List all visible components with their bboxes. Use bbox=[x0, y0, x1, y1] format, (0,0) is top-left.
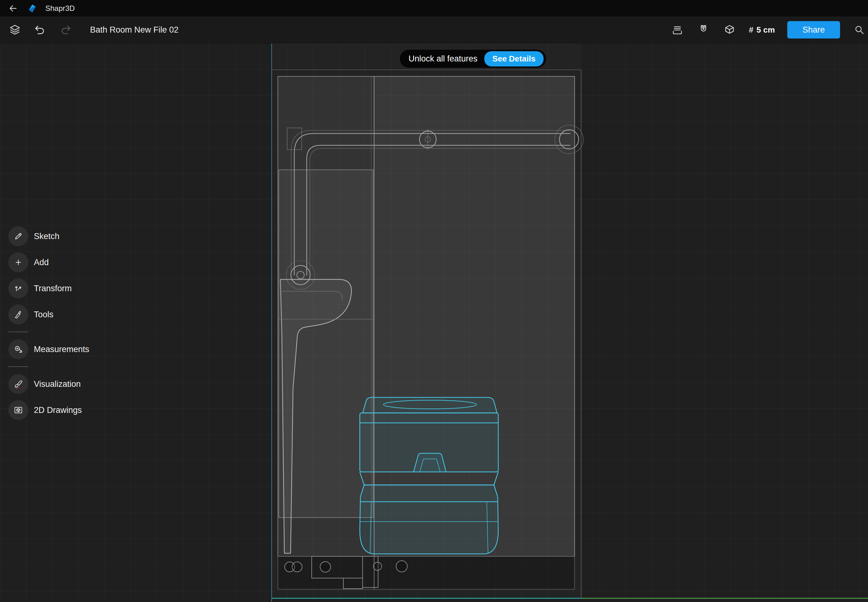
titlebar: Shapr3D bbox=[0, 0, 868, 17]
sidebar-item-2d-drawings[interactable]: 2D Drawings bbox=[8, 400, 89, 420]
viewport-canvas[interactable] bbox=[0, 0, 868, 602]
grid-units-value: 5 cm bbox=[756, 25, 775, 35]
redo-button[interactable] bbox=[59, 23, 73, 37]
arrow-left-icon bbox=[8, 3, 18, 13]
back-button[interactable] bbox=[8, 3, 18, 14]
transform-arrows-icon bbox=[8, 278, 28, 298]
app-name: Shapr3D bbox=[45, 4, 75, 13]
sidebar-item-label: Visualization bbox=[34, 379, 81, 389]
shapr3d-logo-icon bbox=[27, 3, 38, 14]
sidebar-item-add[interactable]: Add bbox=[8, 252, 89, 272]
plus-icon bbox=[8, 252, 28, 272]
sidebar-item-sketch[interactable]: Sketch bbox=[8, 226, 89, 246]
sidebar-divider bbox=[8, 332, 28, 332]
stacked-sheets-icon bbox=[671, 23, 684, 36]
document-title[interactable]: Bath Room New File 02 bbox=[90, 25, 178, 35]
sidebar-item-label: Sketch bbox=[34, 232, 60, 241]
share-button[interactable]: Share bbox=[787, 21, 840, 38]
unlock-banner-message: Unlock all features bbox=[408, 54, 477, 64]
drawing-sheet-icon bbox=[8, 400, 28, 420]
sidebar-item-label: Measurements bbox=[34, 345, 89, 354]
sidebar-item-label: Tools bbox=[34, 310, 54, 319]
sidebar-item-visualization[interactable]: Visualization bbox=[8, 374, 89, 394]
view-orientation-button[interactable] bbox=[723, 23, 736, 37]
snapping-button[interactable] bbox=[697, 23, 710, 37]
main-toolbar: Bath Room New File 02 bbox=[0, 17, 868, 43]
shapr3d-app-window: Shapr3D bbox=[0, 0, 868, 602]
search-button[interactable] bbox=[853, 23, 866, 37]
paintbrush-icon bbox=[8, 374, 28, 394]
sidebar-item-measurements[interactable]: Measurements bbox=[8, 339, 89, 359]
tool-sidebar: Sketch Add Transform bbox=[8, 226, 89, 426]
tape-measure-icon bbox=[8, 339, 28, 359]
sidebar-item-label: 2D Drawings bbox=[34, 405, 82, 415]
layers-icon bbox=[8, 23, 22, 37]
pencil-icon bbox=[8, 226, 28, 246]
layers-panel-button[interactable] bbox=[8, 23, 22, 37]
redo-icon bbox=[59, 23, 73, 37]
search-icon bbox=[853, 24, 865, 36]
see-details-button[interactable]: See Details bbox=[484, 51, 544, 66]
undo-icon bbox=[33, 23, 46, 37]
chisel-icon bbox=[8, 304, 28, 324]
unlock-banner: Unlock all features See Details bbox=[400, 50, 546, 68]
grid-units-indicator[interactable]: # 5 cm bbox=[749, 25, 775, 35]
sidebar-item-label: Add bbox=[34, 258, 49, 267]
sidebar-item-transform[interactable]: Transform bbox=[8, 278, 89, 298]
magnet-icon bbox=[697, 23, 710, 36]
grid-icon: # bbox=[749, 25, 753, 35]
sidebar-divider bbox=[8, 366, 28, 367]
undo-button[interactable] bbox=[33, 23, 46, 37]
sidebar-item-tools[interactable]: Tools bbox=[8, 304, 89, 324]
view-cube-icon bbox=[723, 23, 736, 36]
sidebar-item-label: Transform bbox=[34, 284, 72, 293]
stacked-sheets-button[interactable] bbox=[670, 23, 684, 37]
